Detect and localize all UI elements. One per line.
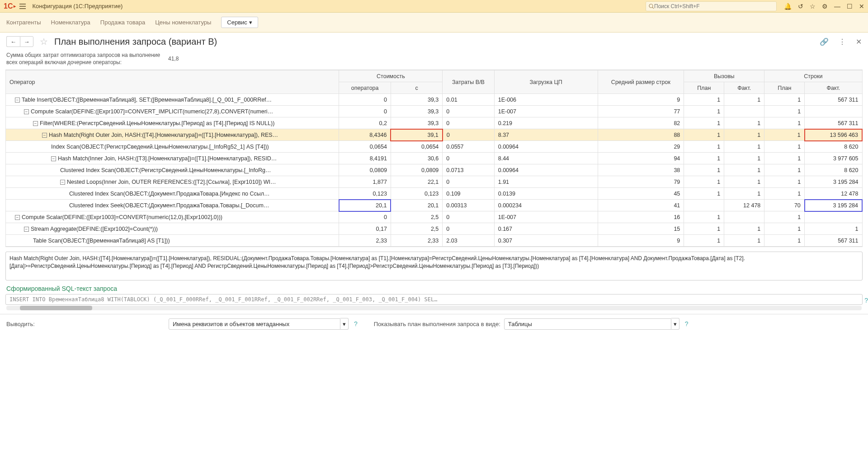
nav-forward[interactable]: → xyxy=(20,36,33,47)
search-input[interactable] xyxy=(654,3,774,9)
row-fact-cell xyxy=(805,106,862,117)
output-value[interactable]: Имена реквизитов и объектов метаданных xyxy=(169,318,340,330)
summary-label: Сумма общих затрат оптимизатора запросов… xyxy=(6,51,165,66)
call-fact-cell: 1 xyxy=(724,188,764,200)
output-select[interactable]: Имена реквизитов и объектов метаданных ▾ xyxy=(169,318,349,330)
show-select[interactable]: Таблицы ▾ xyxy=(504,318,679,330)
sql-scroll-thumb[interactable] xyxy=(20,306,92,310)
menubar: Контрагенты Номенклатура Продажа товара … xyxy=(0,13,868,33)
table-row[interactable]: Clustered Index Scan(OBJECT:(Документ.Пр… xyxy=(6,188,863,200)
output-help-icon[interactable]: ? xyxy=(354,320,358,327)
output-dropdown[interactable]: ▾ xyxy=(340,318,349,330)
call-plan-cell xyxy=(684,200,724,211)
table-row[interactable]: −Compute Scalar(DEFINE:([Expr1003]=CONVE… xyxy=(6,211,863,223)
table-row[interactable]: Clustered Index Seek(OBJECT:(Документ.Пр… xyxy=(6,200,863,211)
sql-scrollbar[interactable] xyxy=(6,306,862,310)
cpu-cell: 0.219 xyxy=(494,117,598,129)
kebab-icon[interactable]: ⋮ xyxy=(839,37,846,46)
table-row[interactable]: −Nested Loops(Inner Join, OUTER REFERENC… xyxy=(6,176,863,188)
tree-toggle[interactable]: − xyxy=(51,156,56,161)
th-rows-fact[interactable]: Факт. xyxy=(805,82,862,94)
svg-line-1 xyxy=(652,7,654,9)
io-cell: 0 xyxy=(443,117,494,129)
th-rowsize[interactable]: Средний размер строк xyxy=(598,70,684,94)
service-button[interactable]: Сервис ▾ xyxy=(221,17,258,28)
row-fact-cell: 12 478 xyxy=(805,188,862,200)
close-tab-icon[interactable]: ✕ xyxy=(856,37,862,46)
table-row[interactable]: Clustered Index Scan(OBJECT:(РегистрСвед… xyxy=(6,164,863,176)
link-icon[interactable]: 🔗 xyxy=(820,37,829,46)
tree-toggle[interactable]: − xyxy=(33,121,38,126)
star-icon[interactable]: ☆ xyxy=(810,3,816,10)
table-row[interactable]: Index Scan(OBJECT:(РегистрСведений.ЦеныН… xyxy=(6,141,863,153)
chevron-down-icon: ▾ xyxy=(249,19,252,26)
detail-text[interactable]: Hash Match(Right Outer Join, HASH:([T4].… xyxy=(5,252,863,280)
th-cost-c[interactable]: с xyxy=(391,82,442,94)
menu-nomenclature[interactable]: Номенклатура xyxy=(51,19,90,26)
tree-toggle[interactable]: − xyxy=(15,215,20,220)
sql-help-icon[interactable]: ? xyxy=(864,297,868,304)
call-plan-cell: 1 xyxy=(684,176,724,188)
menu-prices[interactable]: Цены номенклатуры xyxy=(155,19,211,26)
table-row[interactable]: Table Scan(OBJECT:([ВременнаяТаблица8] A… xyxy=(6,235,863,247)
call-fact-cell: 1 xyxy=(724,164,764,176)
io-cell: 0 xyxy=(443,153,494,164)
op-cell: −Hash Match(Inner Join, HASH:([T3].[Номе… xyxy=(6,153,339,164)
th-rows-plan[interactable]: План xyxy=(764,82,805,94)
cost-c-cell: 20,1 xyxy=(391,200,442,211)
sql-text[interactable]: INSERT INTO ВременнаяТаблица8 WITH(TABLO… xyxy=(5,294,863,305)
cpu-cell: 0.0139 xyxy=(494,188,598,200)
burger-icon[interactable] xyxy=(19,4,26,9)
close-icon[interactable]: ✕ xyxy=(859,3,864,10)
tree-toggle[interactable]: − xyxy=(15,98,20,103)
logo-1c: 1С▸ xyxy=(4,2,16,10)
call-fact-cell xyxy=(724,106,764,117)
table-row[interactable]: −Stream Aggregate(DEFINE:([Expr1002]=Cou… xyxy=(6,223,863,235)
tree-toggle[interactable]: − xyxy=(24,109,29,114)
th-cpu[interactable]: Загрузка ЦП xyxy=(494,70,598,94)
table-row[interactable]: −Table Insert(OBJECT:([ВременнаяТаблица8… xyxy=(6,94,863,106)
maximize-icon[interactable]: ☐ xyxy=(847,3,853,10)
show-label: Показывать план выполнения запроса в вид… xyxy=(374,321,500,327)
op-cell: Clustered Index Scan(OBJECT:(РегистрСвед… xyxy=(6,164,339,176)
th-calls[interactable]: Вызовы xyxy=(684,70,764,82)
cpu-cell: 1.91 xyxy=(494,176,598,188)
th-operator[interactable]: Оператор xyxy=(6,70,339,94)
call-fact-cell: 1 xyxy=(724,235,764,247)
op-cell: −Compute Scalar(DEFINE:([Expr1007]=CONVE… xyxy=(6,106,339,117)
nav-group: ← → xyxy=(6,36,33,47)
table-row[interactable]: −Filter(WHERE:(РегистрСведений.ЦеныНомен… xyxy=(6,117,863,129)
tree-toggle[interactable]: − xyxy=(42,133,47,138)
show-help-icon[interactable]: ? xyxy=(685,320,689,327)
tree-toggle[interactable]: − xyxy=(24,227,29,232)
bell-icon[interactable]: 🔔 xyxy=(784,3,792,10)
th-calls-fact[interactable]: Факт. xyxy=(724,82,764,94)
call-plan-cell: 1 xyxy=(684,164,724,176)
show-value[interactable]: Таблицы xyxy=(504,318,671,330)
global-search[interactable] xyxy=(646,1,777,11)
th-calls-plan[interactable]: План xyxy=(684,82,724,94)
th-io[interactable]: Затраты В/В xyxy=(443,70,494,94)
th-cost-op[interactable]: оператора xyxy=(339,82,391,94)
minimize-icon[interactable]: — xyxy=(834,3,840,10)
titlebar-icons: 🔔 ↺ ☆ ⚙ — ☐ ✕ xyxy=(784,3,864,10)
rowsize-cell: 88 xyxy=(598,129,684,141)
nav-back[interactable]: ← xyxy=(6,36,20,47)
table-row[interactable]: −Hash Match(Right Outer Join, HASH:([T4]… xyxy=(6,129,863,141)
table-row[interactable]: −Hash Match(Inner Join, HASH:([T3].[Номе… xyxy=(6,153,863,164)
show-dropdown[interactable]: ▾ xyxy=(671,318,679,330)
menu-contragents[interactable]: Контрагенты xyxy=(6,19,41,26)
th-rows[interactable]: Строки xyxy=(764,70,862,82)
filter-icon[interactable]: ⚙ xyxy=(822,3,828,10)
row-fact-cell: 3 977 605 xyxy=(805,153,862,164)
cost-c-cell: 2,5 xyxy=(391,211,442,223)
tree-toggle[interactable]: − xyxy=(60,180,65,185)
cost-op-cell: 20,1 xyxy=(339,200,391,211)
history-icon[interactable]: ↺ xyxy=(798,3,803,10)
output-label: Выводить: xyxy=(6,321,35,327)
favorite-icon[interactable]: ☆ xyxy=(40,36,48,47)
io-cell: 0 xyxy=(443,106,494,117)
menu-sale[interactable]: Продажа товара xyxy=(100,19,145,26)
th-cost[interactable]: Стоимость xyxy=(339,70,443,82)
table-row[interactable]: −Compute Scalar(DEFINE:([Expr1007]=CONVE… xyxy=(6,106,863,117)
